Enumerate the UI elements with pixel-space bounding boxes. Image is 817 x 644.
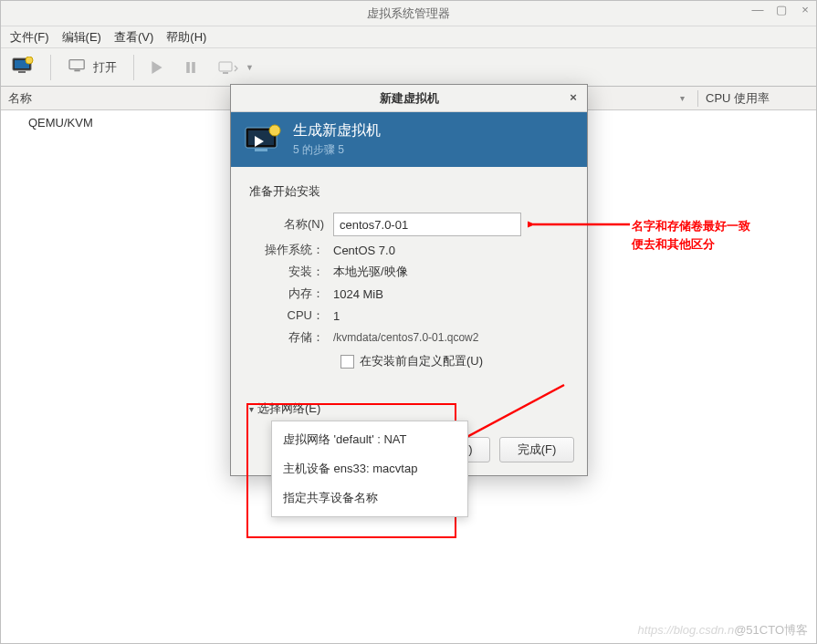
row-customize: 在安装前自定义配置(U)	[340, 353, 572, 369]
cpu-label: CPU：	[246, 307, 333, 324]
row-install: 安装： 本地光驱/映像	[246, 264, 572, 280]
network-dropdown[interactable]: 虚拟网络 'default' : NAT 主机设备 ens33: macvtap…	[271, 421, 468, 517]
os-value: CentOS 7.0	[333, 244, 395, 257]
annotation-line: 便去和其他区分	[632, 235, 750, 254]
memory-label: 内存：	[246, 286, 333, 302]
row-name: 名称(N)	[246, 213, 572, 236]
dialog-title: 新建虚拟机	[380, 90, 439, 107]
customize-checkbox[interactable]	[340, 355, 354, 369]
install-label: 安装：	[246, 264, 333, 280]
banner-step: 5 的步骤 5	[293, 142, 381, 158]
network-option[interactable]: 主机设备 ens33: macvtap	[272, 454, 467, 483]
name-input[interactable]	[333, 213, 521, 236]
network-expander-label: 选择网络(E)	[257, 400, 320, 417]
row-storage: 存储： /kvmdata/centos7.0-01.qcow2	[246, 329, 572, 346]
banner-text: 生成新虚拟机 5 的步骤 5	[293, 121, 381, 158]
row-memory: 内存： 1024 MiB	[246, 286, 572, 302]
row-cpu: CPU： 1	[246, 307, 572, 324]
customize-label: 在安装前自定义配置(U)	[360, 353, 483, 369]
network-option[interactable]: 指定共享设备名称	[272, 483, 467, 513]
storage-value: /kvmdata/centos7.0-01.qcow2	[333, 331, 478, 344]
dialog-titlebar: 新建虚拟机 ×	[231, 85, 587, 112]
finish-button[interactable]: 完成(F)	[499, 437, 574, 462]
name-label: 名称(N)	[246, 216, 333, 233]
annotation-text: 名字和存储卷最好一致 便去和其他区分	[632, 217, 750, 253]
caret-down-icon: ▾	[249, 404, 254, 414]
storage-label: 存储：	[246, 329, 333, 346]
dialog-layer: 新建虚拟机 × 生成新虚拟机 5 的步骤 5 准备开始安装 名称(N) 操作系统…	[0, 0, 817, 644]
cpu-value: 1	[333, 309, 340, 323]
new-vm-dialog: 新建虚拟机 × 生成新虚拟机 5 的步骤 5 准备开始安装 名称(N) 操作系统…	[230, 84, 588, 476]
install-value: 本地光驱/映像	[333, 264, 408, 280]
dialog-body: 准备开始安装 名称(N) 操作系统： CentOS 7.0 安装： 本地光驱/映…	[231, 167, 587, 430]
network-option[interactable]: 虚拟网络 'default' : NAT	[272, 425, 467, 454]
svg-rect-12	[255, 149, 267, 151]
banner-heading: 生成新虚拟机	[293, 121, 381, 140]
section-heading: 准备开始安装	[249, 183, 572, 200]
network-expander[interactable]: ▾ 选择网络(E)	[249, 400, 572, 417]
os-label: 操作系统：	[246, 242, 333, 258]
annotation-line: 名字和存储卷最好一致	[632, 217, 750, 235]
memory-value: 1024 MiB	[333, 287, 383, 301]
dialog-banner: 生成新虚拟机 5 的步骤 5	[231, 112, 587, 167]
svg-point-13	[269, 125, 280, 136]
dialog-close-button[interactable]: ×	[565, 89, 581, 106]
row-os: 操作系统： CentOS 7.0	[246, 242, 572, 258]
network-section: ▾ 选择网络(E) 虚拟网络 'default' : NAT 主机设备 ens3…	[249, 400, 572, 417]
watermark-main: @51CTO博客	[734, 623, 808, 637]
watermark: https://blog.csdn.n@51CTO博客	[638, 622, 808, 639]
vm-banner-icon	[244, 123, 282, 156]
watermark-faded: https://blog.csdn.n	[638, 623, 735, 637]
